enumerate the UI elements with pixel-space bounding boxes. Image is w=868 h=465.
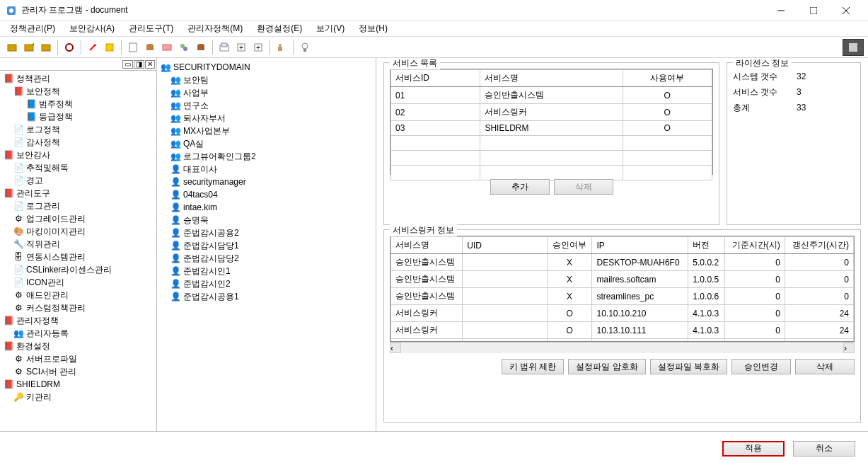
- nav-item-15[interactable]: CSLinker라이센스관리: [0, 263, 156, 276]
- nav-item-11[interactable]: 업그레이드관리: [0, 212, 156, 225]
- domain-item-7[interactable]: 로그뷰어확인그룹2: [157, 150, 376, 163]
- toolbar-btn-8[interactable]: [142, 40, 158, 55]
- nav-item-2[interactable]: 범주정책: [0, 98, 156, 110]
- toolbar-btn-13[interactable]: +: [233, 40, 249, 55]
- linker-action-button-0[interactable]: 키 범위 제한: [502, 359, 565, 374]
- linker-header[interactable]: UID: [463, 237, 548, 254]
- nav-item-3[interactable]: 등급정책: [0, 110, 156, 123]
- nav-item-5[interactable]: 감사정책: [0, 136, 156, 149]
- domain-item-14[interactable]: 준법감시담당1: [157, 239, 376, 252]
- nav-item-16[interactable]: ICON관리: [0, 276, 156, 289]
- menu-item-6[interactable]: 정보(H): [353, 21, 393, 36]
- nav-item-6[interactable]: 보안감사: [0, 149, 156, 161]
- pane-pin-icon[interactable]: ◨: [134, 60, 144, 69]
- apply-button[interactable]: 적용: [722, 441, 785, 457]
- service-add-button[interactable]: 추가: [490, 179, 550, 195]
- toolbar-btn-15[interactable]: [274, 40, 289, 55]
- nav-item-17[interactable]: 애드인관리: [0, 289, 156, 302]
- nav-item-19[interactable]: 관리자정책: [0, 314, 156, 327]
- domain-item-10[interactable]: 04tacs04: [157, 188, 376, 201]
- domain-item-1[interactable]: 보안팀: [157, 74, 376, 86]
- table-row[interactable]: 01승인반출시스템O: [391, 87, 712, 104]
- table-row[interactable]: 02서비스링커O: [391, 104, 712, 121]
- nav-item-4[interactable]: 로그정책: [0, 123, 156, 136]
- nav-item-24[interactable]: SHIELDRM: [0, 378, 156, 391]
- nav-item-21[interactable]: 환경설정: [0, 340, 156, 352]
- toolbar-btn-14[interactable]: +: [250, 40, 266, 55]
- linker-header[interactable]: 서비스명: [391, 237, 463, 254]
- service-list-table[interactable]: 서비스ID서비스명사용여부01승인반출시스템O02서비스링커O03SHIELDR…: [390, 69, 712, 180]
- domain-item-2[interactable]: 사업부: [157, 86, 376, 99]
- menu-item-3[interactable]: 관리자정책(M): [182, 21, 248, 36]
- nav-item-25[interactable]: 키관리: [0, 391, 156, 403]
- toolbar-btn-4[interactable]: [62, 40, 77, 55]
- domain-item-8[interactable]: 대표이사: [157, 163, 376, 176]
- nav-item-10[interactable]: 로그관리: [0, 200, 156, 212]
- linker-action-button-1[interactable]: 설정파일 암호화: [568, 359, 645, 374]
- table-row[interactable]: 서비스링커O10.10.10.2104.1.0.3024: [391, 305, 854, 322]
- table-row[interactable]: 서비스링커O10.13.10.1114.1.0.3024: [391, 322, 854, 339]
- nav-item-14[interactable]: 연동시스템관리: [0, 251, 156, 263]
- domain-item-13[interactable]: 준법감시공용2: [157, 226, 376, 239]
- nav-item-20[interactable]: 관리자등록: [0, 327, 156, 340]
- pane-close-icon[interactable]: ✕: [145, 60, 155, 69]
- domain-item-17[interactable]: 준법감시인2: [157, 277, 376, 290]
- domain-item-0[interactable]: SECURITYDOMAIN: [157, 61, 376, 74]
- linker-header[interactable]: 기준시간(시): [725, 237, 785, 254]
- domain-item-4[interactable]: 퇴사자부서: [157, 112, 376, 125]
- close-button[interactable]: [830, 0, 862, 21]
- domain-item-11[interactable]: intae.kim: [157, 201, 376, 214]
- linker-action-button-3[interactable]: 승인변경: [731, 359, 791, 374]
- domain-item-15[interactable]: 준법감시담당2: [157, 252, 376, 265]
- nav-item-23[interactable]: SCI서버 관리: [0, 365, 156, 378]
- service-delete-button[interactable]: 삭제: [554, 179, 613, 195]
- toolbar-btn-12[interactable]: [216, 40, 232, 55]
- nav-item-9[interactable]: 관리도구: [0, 187, 156, 200]
- domain-item-6[interactable]: QA실: [157, 137, 376, 150]
- nav-item-0[interactable]: 정책관리: [0, 72, 156, 85]
- table-row[interactable]: 승인반출시스템Xmailres.softcam1.0.0.500: [391, 271, 854, 288]
- pane-float-icon[interactable]: ▭: [122, 60, 133, 69]
- toolbar-btn-1[interactable]: [4, 40, 20, 55]
- toolbar-btn-11[interactable]: [193, 40, 209, 55]
- toolbar-btn-16[interactable]: [297, 40, 313, 55]
- table-row[interactable]: 승인반출시스템Xstreamlines_pc1.0.0.600: [391, 288, 854, 305]
- domain-item-12[interactable]: 승명욱: [157, 214, 376, 226]
- domain-item-9[interactable]: securitymanager: [157, 176, 376, 188]
- linker-header[interactable]: IP: [592, 237, 688, 254]
- table-row[interactable]: 03SHIELDRMO: [391, 121, 712, 136]
- domain-item-3[interactable]: 연구소: [157, 99, 376, 112]
- toolbar-btn-2[interactable]: +: [21, 40, 37, 55]
- nav-item-18[interactable]: 커스텀정책관리: [0, 302, 156, 314]
- toolbar-btn-6[interactable]: [102, 40, 117, 55]
- domain-item-5[interactable]: MX사업본부: [157, 125, 376, 137]
- domain-item-18[interactable]: 준법감시공용1: [157, 290, 376, 303]
- maximize-button[interactable]: [797, 0, 830, 21]
- menu-item-4[interactable]: 환경설정(E): [251, 21, 308, 36]
- toolbar-btn-3[interactable]: [38, 40, 54, 55]
- toolbar-btn-10[interactable]: [176, 40, 192, 55]
- table-row[interactable]: 승인반출시스템XDESKTOP-MUAH6F05.0.0.200: [391, 254, 854, 271]
- domain-item-16[interactable]: 준법감시인1: [157, 265, 376, 277]
- nav-tree[interactable]: 정책관리보안정책범주정책등급정책로그정책감사정책보안감사추적및해독경고관리도구로…: [0, 71, 156, 431]
- toolbar-btn-5[interactable]: [85, 40, 100, 55]
- toolbar-btn-9[interactable]: [159, 40, 175, 55]
- menu-item-0[interactable]: 정책관리(P): [4, 21, 61, 36]
- toolbar-btn-7[interactable]: [125, 40, 141, 55]
- nav-item-7[interactable]: 추적및해독: [0, 161, 156, 174]
- domain-tree[interactable]: SECURITYDOMAIN보안팀사업부연구소퇴사자부서MX사업본부QA실로그뷰…: [157, 59, 376, 304]
- cancel-button[interactable]: 취소: [793, 441, 855, 457]
- nav-item-8[interactable]: 경고: [0, 174, 156, 187]
- nav-item-13[interactable]: 직위관리: [0, 238, 156, 251]
- linker-header[interactable]: 승인여부: [547, 237, 592, 254]
- menu-item-2[interactable]: 관리도구(T): [123, 21, 179, 36]
- linker-header[interactable]: 버전: [688, 237, 725, 254]
- linker-action-button-2[interactable]: 설정파일 복호화: [650, 359, 727, 374]
- menu-item-1[interactable]: 보안감사(A): [64, 21, 120, 36]
- nav-item-1[interactable]: 보안정책: [0, 85, 156, 98]
- menu-item-5[interactable]: 보기(V): [311, 21, 350, 36]
- linker-action-button-4[interactable]: 삭제: [795, 359, 855, 374]
- minimize-button[interactable]: [765, 0, 797, 21]
- nav-item-22[interactable]: 서버프로파일: [0, 352, 156, 365]
- linker-header[interactable]: 갱신주기(시간): [785, 237, 853, 254]
